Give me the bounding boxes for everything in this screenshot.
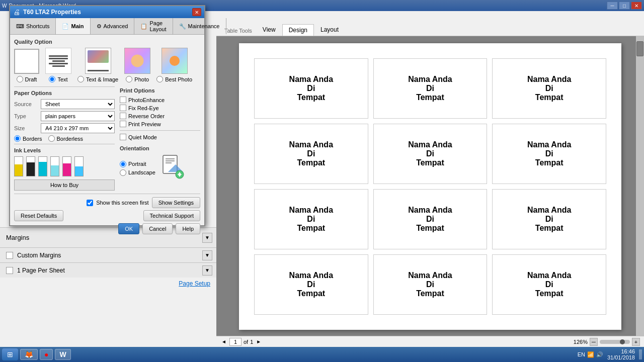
best-photo-thumb <box>162 48 188 74</box>
orientation-section: Orientation Portrait Landscape <box>120 145 200 182</box>
photo-radio[interactable] <box>126 76 132 82</box>
page-per-sheet-dropdown-button[interactable]: ▼ <box>202 265 212 276</box>
tab-maintenance[interactable]: 🔧 Maintenance <box>173 18 226 34</box>
titlebar-controls[interactable]: ─ □ ✕ <box>607 2 642 10</box>
show-desktop-button[interactable] <box>639 349 642 359</box>
system-tray: EN 📶 🔊 <box>578 351 603 358</box>
quality-draft: Draft <box>14 49 39 82</box>
borderless-radio[interactable] <box>48 135 55 142</box>
zoom-in-button[interactable]: + <box>632 338 640 346</box>
print-preview-checkbox[interactable] <box>120 121 126 127</box>
minimize-button[interactable]: ─ <box>607 2 618 10</box>
close-button[interactable]: ✕ <box>631 2 642 10</box>
total-pages: 1 <box>250 339 253 345</box>
magenta-ink <box>62 156 71 176</box>
show-screen-checkbox[interactable] <box>87 200 93 206</box>
dialog-body: Quality Option Draft <box>10 35 204 238</box>
reset-defaults-button[interactable]: Reset Defaults <box>14 210 63 221</box>
type-select[interactable]: plain papers <box>41 111 115 121</box>
zoom-slider[interactable] <box>600 340 630 344</box>
zoom-out-button[interactable]: ─ <box>590 338 598 346</box>
best-photo-radio[interactable] <box>156 76 163 82</box>
ok-button[interactable]: OK <box>118 223 139 234</box>
page-setup-link[interactable]: Page Setup <box>179 280 210 287</box>
image-placeholder <box>88 50 109 63</box>
borderless-label: Borderless <box>57 136 84 142</box>
tab-shortcuts[interactable]: ⌨ Shortcuts <box>10 18 56 34</box>
cancel-button[interactable]: Cancel <box>142 223 173 234</box>
tab-main[interactable]: 📄 Main <box>56 18 90 34</box>
orientation-section-label: Orientation <box>120 145 200 151</box>
taskbar-app-firefox[interactable]: 🦊 <box>20 349 38 360</box>
photo-circle <box>131 55 144 67</box>
maximize-button[interactable]: □ <box>619 2 630 10</box>
tab-advanced[interactable]: ⚙ Advanced <box>91 18 135 34</box>
vertical-scrollbar[interactable] <box>636 36 644 337</box>
how-to-buy-button[interactable]: How to Buy <box>14 179 115 191</box>
custom-margins-dropdown-button[interactable]: ▼ <box>202 250 212 260</box>
firefox-icon: 🦊 <box>25 350 33 358</box>
print-preview-option[interactable]: Print Preview <box>120 121 200 127</box>
page-number-input[interactable] <box>229 338 242 346</box>
photo-radio-row[interactable]: Photo <box>126 76 149 82</box>
tab-advanced-label: Advanced <box>104 23 128 29</box>
portrait-option[interactable]: Portrait <box>120 161 155 167</box>
fix-red-eye-option[interactable]: Fix Red-Eye <box>120 105 200 111</box>
table-cell-1: Nama Anda Di Tempat <box>254 58 368 119</box>
quiet-mode-label: Quiet Mode <box>128 134 157 140</box>
reverse-order-checkbox[interactable] <box>120 113 126 119</box>
size-label: Size <box>14 125 37 131</box>
text-line-1 <box>49 55 68 57</box>
text-image-radio[interactable] <box>77 76 84 82</box>
table-cell-8: Nama Anda Di Tempat <box>373 189 488 249</box>
help-button[interactable]: Help <box>176 223 200 234</box>
scroll-thumb[interactable] <box>636 41 643 56</box>
best-photo-radio-row[interactable]: Best Photo <box>156 76 192 82</box>
borderless-option[interactable]: Borderless <box>48 135 84 142</box>
tab-page-layout[interactable]: 📋 Page Layout <box>134 18 173 34</box>
custom-margins-label: Custom Margins <box>17 252 61 259</box>
next-page-button[interactable]: ► <box>255 338 262 345</box>
borders-option[interactable]: Borders <box>14 135 42 142</box>
text-radio[interactable] <box>49 76 55 82</box>
tab-view[interactable]: View <box>256 24 282 36</box>
main-icon: 📄 <box>62 23 69 30</box>
landscape-radio[interactable] <box>120 169 126 176</box>
draft-radio[interactable] <box>17 76 23 82</box>
text-image-radio-row[interactable]: Text & Image <box>77 76 118 82</box>
light-magenta-ink-bar <box>74 156 84 176</box>
draft-radio-row[interactable]: Draft <box>17 76 37 82</box>
yellow-ink-bar <box>14 156 23 176</box>
dialog-close-button[interactable]: ✕ <box>192 8 201 16</box>
quiet-mode-checkbox[interactable] <box>120 134 126 140</box>
svg-rect-2 <box>166 160 175 161</box>
source-select[interactable]: Sheet <box>41 99 115 109</box>
document-page: Nama Anda Di Tempat Nama Anda Di Tempat … <box>239 43 621 330</box>
tab-design[interactable]: Design <box>282 24 314 36</box>
clock-date: 31/01/2018 <box>607 354 635 360</box>
size-select[interactable]: A4 210 x 297 mm <box>41 123 115 133</box>
tab-main-label: Main <box>71 23 84 29</box>
word-app-icon: W <box>59 350 66 358</box>
photo-enhance-checkbox[interactable] <box>120 97 126 103</box>
custom-margins-checkbox[interactable] <box>6 252 13 259</box>
left-col: Paper Options Source Sheet Type plain pa… <box>14 86 115 191</box>
portrait-radio[interactable] <box>120 161 126 167</box>
quiet-mode-option[interactable]: Quiet Mode <box>120 134 200 140</box>
page-per-sheet-checkbox[interactable] <box>6 267 13 274</box>
taskbar-app-word[interactable]: W <box>55 349 70 360</box>
prev-page-button[interactable]: ◄ <box>220 338 227 345</box>
text-radio-row[interactable]: Text <box>49 76 67 82</box>
photo-enhance-option[interactable]: PhotoEnhance <box>120 97 200 103</box>
borders-radio[interactable] <box>14 135 21 142</box>
taskbar-app-record[interactable]: ● <box>40 349 53 360</box>
landscape-option[interactable]: Landscape <box>120 169 155 176</box>
reverse-order-option[interactable]: Reverse Order <box>120 113 200 119</box>
network-icon: 📶 <box>587 351 594 358</box>
start-button[interactable]: ⊞ <box>2 348 18 360</box>
cyan-ink-fill <box>39 162 47 176</box>
tab-layout[interactable]: Layout <box>314 24 345 36</box>
fix-red-eye-checkbox[interactable] <box>120 105 126 111</box>
show-settings-button[interactable]: Show Settings <box>152 197 200 208</box>
technical-support-button[interactable]: Technical Support <box>143 210 200 221</box>
